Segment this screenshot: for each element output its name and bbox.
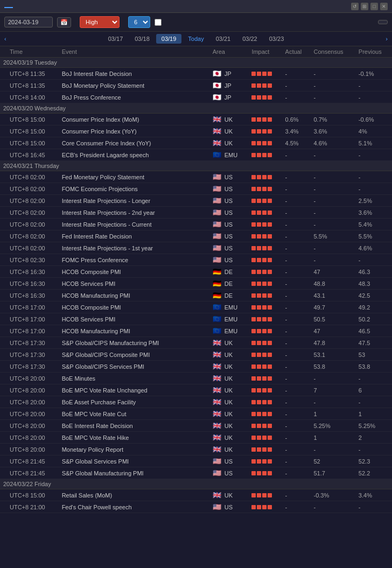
table-row[interactable]: UTC+8 02:00 Fed Monetary Policy Statemen… — [0, 171, 392, 183]
impact-bars — [251, 424, 278, 428]
table-row[interactable]: UTC+8 16:30 HCOB Composite PMI 🇩🇪 DE - 4… — [0, 266, 392, 278]
event-name: HCOB Manufacturing PMI — [59, 325, 209, 337]
popout-icon[interactable]: ⊞ — [361, 3, 368, 10]
table-row[interactable]: UTC+8 21:45 S&P Global Manufacturing PMI… — [0, 467, 392, 479]
favorite-checkbox[interactable] — [155, 19, 162, 26]
table-row[interactable]: UTC+8 21:45 S&P Global Services PMI 🇺🇸 U… — [0, 455, 392, 467]
nav-date-0319[interactable]: 03/19 — [156, 34, 182, 44]
table-row[interactable]: UTC+8 02:30 FOMC Press Conference 🇺🇸 US … — [0, 254, 392, 266]
area-select[interactable]: 6 — [128, 16, 150, 28]
calendar-button[interactable]: 📅 — [57, 17, 71, 27]
table-row[interactable]: UTC+8 20:00 Monetary Policy Report 🇬🇧 UK… — [0, 444, 392, 455]
event-impact — [248, 301, 282, 313]
impact-bars — [251, 246, 278, 250]
event-name: BoJ Monetary Policy Statement — [59, 80, 209, 92]
table-row[interactable]: UTC+8 16:30 HCOB Services PMI 🇩🇪 DE - 48… — [0, 278, 392, 290]
event-previous: - — [355, 501, 392, 513]
close-icon[interactable]: ✕ — [380, 3, 388, 10]
event-impact — [248, 68, 282, 80]
table-row[interactable]: UTC+8 20:00 BoE Interest Rate Decision 🇬… — [0, 420, 392, 432]
table-row[interactable]: UTC+8 11:35 BoJ Monetary Policy Statemen… — [0, 80, 392, 92]
table-row[interactable]: UTC+8 20:00 BoE Minutes 🇬🇧 UK - - - — [0, 373, 392, 384]
table-row[interactable]: UTC+8 17:00 HCOB Services PMI 🇪🇺 EMU - 5… — [0, 313, 392, 325]
event-consensus: 51.7 — [310, 467, 355, 479]
table-row[interactable]: UTC+8 14:00 BoJ Press Conference 🇯🇵 JP -… — [0, 92, 392, 103]
table-row[interactable]: UTC+8 21:00 Fed's Chair Powell speech 🇺🇸… — [0, 501, 392, 513]
impact-bars — [251, 305, 278, 310]
th-area: Area — [209, 46, 249, 58]
table-row[interactable]: UTC+8 17:00 HCOB Manufacturing PMI 🇪🇺 EM… — [0, 325, 392, 337]
nav-date-0318[interactable]: 03/18 — [129, 34, 155, 44]
table-row[interactable]: UTC+8 17:30 S&P Global/CIPS Composite PM… — [0, 349, 392, 361]
event-actual: - — [282, 183, 311, 195]
nav-date-0323[interactable]: 03/23 — [264, 34, 290, 44]
event-previous: 50.2 — [355, 313, 392, 325]
refresh-icon[interactable]: ↺ — [351, 3, 359, 10]
tab-month[interactable] — [13, 5, 22, 8]
maximize-icon[interactable]: □ — [370, 3, 378, 10]
table-row[interactable]: UTC+8 17:00 HCOB Composite PMI 🇪🇺 EMU - … — [0, 301, 392, 313]
event-area: 🇩🇪 DE — [209, 266, 249, 278]
table-row[interactable]: UTC+8 15:00 Consumer Price Index (YoY) 🇬… — [0, 125, 392, 137]
event-previous: 52.3 — [355, 455, 392, 467]
event-name: Fed's Chair Powell speech — [59, 501, 209, 513]
date-input[interactable] — [4, 17, 53, 27]
event-previous: 53.8 — [355, 361, 392, 373]
event-actual: - — [282, 408, 311, 420]
area-code: US — [225, 504, 233, 510]
event-impact — [248, 114, 282, 125]
impact-select[interactable]: High Medium Low — [80, 16, 120, 28]
nav-date-today[interactable]: Today — [183, 34, 209, 44]
event-time: UTC+8 17:30 — [6, 349, 59, 361]
event-previous: 5.1% — [355, 137, 392, 149]
back-today-button[interactable] — [378, 20, 388, 24]
event-consensus: 4.6% — [310, 137, 355, 149]
table-row[interactable]: UTC+8 20:00 BoE MPC Vote Rate Cut 🇬🇧 UK … — [0, 408, 392, 420]
event-area: 🇪🇺 EMU — [209, 149, 249, 161]
impact-bars — [251, 459, 278, 464]
favorite-label[interactable] — [155, 19, 164, 26]
event-consensus: - — [310, 80, 355, 92]
nav-date-0322[interactable]: 03/22 — [237, 34, 263, 44]
event-time: UTC+8 11:35 — [6, 68, 59, 80]
event-consensus: - — [310, 207, 355, 219]
event-area: 🇪🇺 EMU — [209, 325, 249, 337]
row-indicator — [0, 444, 6, 455]
tab-day[interactable] — [4, 5, 13, 8]
table-row[interactable]: UTC+8 02:00 Interest Rate Projections - … — [0, 207, 392, 219]
table-row[interactable]: UTC+8 02:00 Interest Rate Projections - … — [0, 219, 392, 230]
table-row[interactable]: UTC+8 16:30 HCOB Manufacturing PMI 🇩🇪 DE… — [0, 290, 392, 301]
event-area: 🇺🇸 US — [209, 195, 249, 207]
table-row[interactable]: UTC+8 15:00 Consumer Price Index (MoM) 🇬… — [0, 114, 392, 125]
table-row[interactable]: UTC+8 02:00 Interest Rate Projections - … — [0, 195, 392, 207]
nav-date-0317[interactable]: 03/17 — [103, 34, 129, 44]
area-code: JP — [225, 82, 232, 89]
table-row[interactable]: UTC+8 15:00 Core Consumer Price Index (Y… — [0, 137, 392, 149]
table-row[interactable]: UTC+8 16:45 ECB's President Lagarde spee… — [0, 149, 392, 161]
table-row[interactable]: UTC+8 17:30 S&P Global/CIPS Services PMI… — [0, 361, 392, 373]
table-row[interactable]: UTC+8 20:00 BoE MPC Vote Rate Hike 🇬🇧 UK… — [0, 432, 392, 444]
event-actual: - — [282, 313, 311, 325]
row-indicator — [0, 420, 6, 432]
next-week-button[interactable]: › — [384, 36, 388, 42]
table-row[interactable]: UTC+8 15:00 Retail Sales (MoM) 🇬🇧 UK - -… — [0, 489, 392, 501]
table-row[interactable]: UTC+8 11:35 BoJ Interest Rate Decision 🇯… — [0, 68, 392, 80]
table-row[interactable]: UTC+8 20:00 BoE Asset Purchase Facility … — [0, 396, 392, 408]
table-row[interactable]: UTC+8 17:30 S&P Global/CIPS Manufacturin… — [0, 337, 392, 349]
event-previous: 46.3 — [355, 266, 392, 278]
table-row[interactable]: UTC+8 20:00 BoE MPC Vote Rate Unchanged … — [0, 384, 392, 396]
table-row[interactable]: UTC+8 02:00 FOMC Economic Projections 🇺🇸… — [0, 183, 392, 195]
event-area: 🇬🇧 UK — [209, 361, 249, 373]
country-flag: 🇺🇸 — [213, 185, 221, 193]
table-row[interactable]: UTC+8 02:00 Fed Interest Rate Decision 🇺… — [0, 230, 392, 242]
impact-bars — [251, 376, 278, 381]
event-area: 🇪🇺 EMU — [209, 301, 249, 313]
nav-date-0321[interactable]: 03/21 — [211, 34, 236, 44]
event-actual: - — [282, 242, 311, 254]
country-flag: 🇪🇺 — [213, 303, 221, 311]
table-row[interactable]: UTC+8 02:00 Interest Rate Projections - … — [0, 242, 392, 254]
event-name: HCOB Services PMI — [59, 313, 209, 325]
event-impact — [248, 278, 282, 290]
event-consensus: - — [310, 373, 355, 384]
event-area: 🇬🇧 UK — [209, 125, 249, 137]
